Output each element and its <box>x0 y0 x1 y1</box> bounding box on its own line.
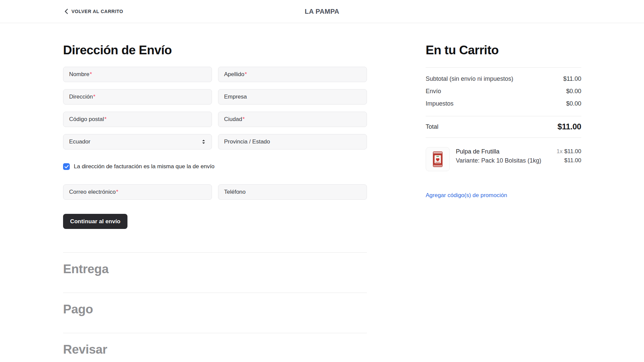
back-to-cart-label: VOLVER AL CARRITO <box>71 9 123 14</box>
product-qty: 1x <box>556 148 562 155</box>
step-revisar-title: Revisar <box>63 333 367 362</box>
subtotal-label: Subtotal (sin envío ni impuestos) <box>426 75 513 82</box>
subtotal-value: $11.00 <box>563 75 581 82</box>
shipping-cost-label: Envío <box>426 88 441 95</box>
province-placeholder: Provincia / Estado <box>224 138 270 145</box>
promo-code-link[interactable]: Agregar código(s) de promoción <box>426 192 507 199</box>
total-row: Total $11.00 <box>426 116 581 137</box>
contact-form: Correo electrónico* Teléfono <box>63 184 367 200</box>
billing-same-label: La dirección de facturación es la misma … <box>74 163 215 170</box>
cart-totals: Subtotal (sin envío ni impuestos) $11.00… <box>426 68 581 116</box>
last-name-placeholder: Apellido <box>224 71 245 78</box>
email-placeholder: Correo electrónico <box>69 189 116 195</box>
back-to-cart-link[interactable]: VOLVER AL CARRITO <box>64 9 123 14</box>
postal-code-field[interactable]: Código postal* <box>63 112 212 127</box>
product-variant: Variante: Pack 10 Bolsitas (1kg) <box>456 157 550 164</box>
address-placeholder: Dirección <box>69 94 93 100</box>
product-info: Pulpa de Frutilla Variante: Pack 10 Bols… <box>456 147 550 171</box>
first-name-placeholder: Nombre <box>69 71 89 78</box>
step-pago: Pago <box>63 293 367 333</box>
country-selected-value: Ecuador <box>69 138 90 145</box>
step-revisar: Revisar <box>63 333 367 362</box>
cart-line-item: Pulpa de Frutilla Variante: Pack 10 Bols… <box>426 147 581 171</box>
city-placeholder: Ciudad <box>224 116 242 123</box>
address-field[interactable]: Dirección* <box>63 89 212 105</box>
step-entrega-title: Entrega <box>63 253 367 293</box>
phone-field[interactable]: Teléfono <box>218 184 367 200</box>
checkout-header: VOLVER AL CARRITO LA PAMPA <box>0 0 644 23</box>
shipping-cost-value: $0.00 <box>566 88 581 95</box>
divider <box>426 137 581 138</box>
product-name: Pulpa de Frutilla <box>456 148 550 155</box>
taxes-row: Impuestos $0.00 <box>426 98 581 110</box>
shipping-cost-row: Envío $0.00 <box>426 85 581 98</box>
required-mark: * <box>116 189 118 195</box>
required-mark: * <box>245 71 247 78</box>
product-thumbnail <box>426 147 450 171</box>
first-name-field[interactable]: Nombre* <box>63 67 212 82</box>
taxes-label: Impuestos <box>426 100 453 107</box>
postal-code-placeholder: Código postal <box>69 116 104 123</box>
cart-title: En tu Carrito <box>426 43 581 57</box>
city-field[interactable]: Ciudad* <box>218 112 367 127</box>
select-chevrons-icon <box>202 139 205 144</box>
company-field[interactable]: Empresa <box>218 89 367 105</box>
required-mark: * <box>90 71 92 78</box>
taxes-value: $0.00 <box>566 100 581 107</box>
company-placeholder: Empresa <box>224 94 247 100</box>
chevron-left-icon <box>64 9 68 14</box>
continue-to-shipping-button[interactable]: Continuar al envío <box>63 214 127 229</box>
product-image <box>430 149 445 169</box>
step-entrega: Entrega <box>63 252 367 293</box>
shipping-form: Nombre* Apellido* Dirección* Empresa Cód… <box>63 67 367 149</box>
billing-same-checkbox-row[interactable]: La dirección de facturación es la misma … <box>63 163 367 170</box>
product-prices: 1x$11.00 $11.00 <box>556 147 581 171</box>
required-mark: * <box>93 94 96 100</box>
province-field[interactable]: Provincia / Estado <box>218 134 367 149</box>
required-mark: * <box>104 116 107 123</box>
email-field[interactable]: Correo electrónico* <box>63 184 212 200</box>
phone-placeholder: Teléfono <box>224 189 246 195</box>
checkout-main: Dirección de Envío Nombre* Apellido* Dir… <box>0 23 644 362</box>
shipping-title: Dirección de Envío <box>63 43 367 57</box>
cart-summary-section: En tu Carrito Subtotal (sin envío ni imp… <box>426 43 581 199</box>
last-name-field[interactable]: Apellido* <box>218 67 367 82</box>
total-value: $11.00 <box>557 122 581 131</box>
product-unit-price: $11.00 <box>564 148 581 155</box>
required-mark: * <box>243 116 245 123</box>
checkbox-checked-icon[interactable] <box>63 163 70 170</box>
step-pago-title: Pago <box>63 293 367 333</box>
total-label: Total <box>426 123 438 130</box>
shipping-section: Dirección de Envío Nombre* Apellido* Dir… <box>63 43 367 362</box>
product-line-total: $11.00 <box>556 157 581 164</box>
country-select[interactable]: Ecuador <box>63 134 212 149</box>
subtotal-row: Subtotal (sin envío ni impuestos) $11.00 <box>426 73 581 85</box>
